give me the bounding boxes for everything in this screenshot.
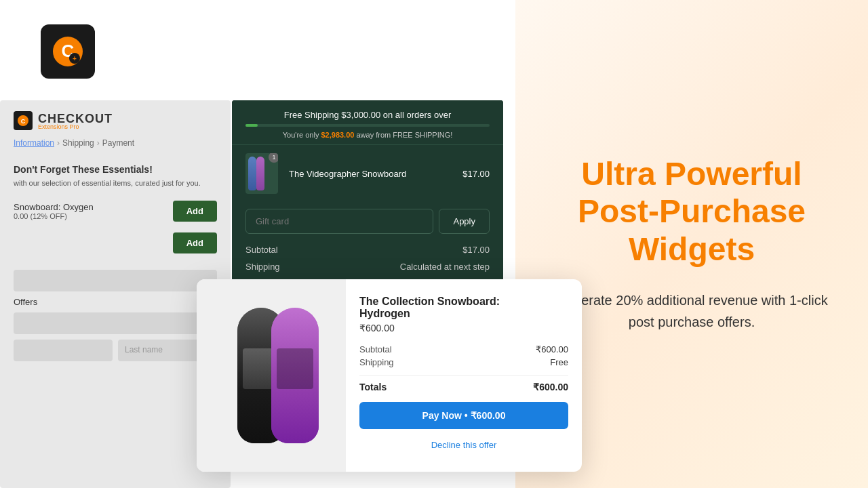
product-thumbnail: 1 — [245, 153, 278, 194]
away-prefix: You're only — [283, 131, 319, 139]
popup-subtotal-value: ₹600.00 — [536, 344, 568, 354]
away-amount: $2,983.00 — [321, 131, 354, 139]
pay-now-button[interactable]: Pay Now • ₹600.00 — [359, 402, 568, 429]
popup-subtotal-line: Subtotal ₹600.00 — [359, 344, 568, 354]
firstname-placeholder — [14, 340, 113, 361]
breadcrumb-sep2: › — [97, 138, 100, 148]
dark-checkout-panel: Free Shipping $3,000.00 on all orders ov… — [232, 100, 503, 285]
popup-totals-row: Totals ₹600.00 — [359, 382, 568, 392]
logo-container: C + — [41, 24, 95, 79]
product-row-1: Snowboard: Oxygen 0.00 (12% OFF) Add — [0, 195, 231, 227]
logo-box: C + — [41, 24, 95, 79]
dont-forget-title: Don't Forget These Essentials! — [0, 156, 231, 179]
form-section: Offers Last name — [0, 259, 231, 372]
breadcrumb-payment[interactable]: Payment — [102, 138, 134, 148]
popup-shipping-label: Shipping — [359, 357, 394, 367]
progress-bar-fill — [245, 124, 258, 127]
product-row-2: Add — [0, 227, 231, 259]
svg-text:C: C — [21, 118, 26, 125]
shipping-row: Shipping Calculated at next step — [232, 259, 503, 274]
apply-button[interactable]: Apply — [439, 209, 490, 234]
gift-card-input[interactable] — [245, 209, 433, 234]
product-info-1: Snowboard: Oxygen 0.00 (12% OFF) — [14, 202, 94, 220]
product-item-row: 1 The Videographer Snowboard $17.00 — [232, 144, 503, 202]
product-name-1: Snowboard: Oxygen — [14, 202, 94, 212]
popup-totals-value: ₹600.00 — [533, 382, 568, 392]
shipping-value: Calculated at next step — [400, 262, 490, 272]
free-shipping-bar: Free Shipping $3,000.00 on all orders ov… — [232, 100, 503, 144]
popup-product-image — [197, 279, 346, 472]
shipping-away-text: You're only $2,983.00 away from FREE SHI… — [245, 131, 490, 139]
offers-label: Offers — [14, 297, 217, 307]
checkout-header: C CHECKOUT Extensions Pro — [0, 100, 231, 136]
popup-shipping-line: Shipping Free — [359, 357, 568, 367]
subtotal-row: Subtotal $17.00 — [232, 241, 503, 259]
hero-title: Ultra Powerful Post-Purchase Widgets — [578, 155, 806, 268]
breadcrumb-shipping[interactable]: Shipping — [62, 138, 94, 148]
popup-overlay: The Collection Snowboard: Hydrogen ₹600.… — [197, 279, 582, 472]
hero-subtitle: Generate 20% additional revenue with 1-c… — [542, 289, 841, 333]
gift-card-row: Apply — [232, 202, 503, 241]
checkout-panel-bg: C CHECKOUT Extensions Pro Information › … — [0, 100, 231, 488]
add-button-1[interactable]: Add — [173, 201, 217, 222]
add-button-2[interactable]: Add — [173, 232, 217, 253]
product-item-name: The Videographer Snowboard — [289, 169, 462, 179]
popup-content: The Collection Snowboard: Hydrogen ₹600.… — [346, 279, 582, 472]
popup-totals-label: Totals — [359, 382, 387, 392]
svg-text:+: + — [73, 55, 77, 62]
breadcrumb-information[interactable]: Information — [14, 138, 54, 148]
name-row: Last name — [14, 340, 217, 361]
checkout-brand: CHECKOUT Extensions Pro — [38, 112, 113, 130]
form-placeholder-row — [14, 270, 217, 291]
offers-placeholder — [14, 312, 217, 334]
breadcrumb: Information › Shipping › Payment — [0, 136, 231, 156]
subtotal-value: $17.00 — [462, 245, 490, 255]
popup-shipping-value: Free — [550, 357, 568, 367]
free-shipping-text: Free Shipping $3,000.00 on all orders ov… — [245, 110, 490, 120]
snowboard-thumb-right — [256, 157, 264, 190]
away-suffix: away from FREE SHIPPING! — [356, 131, 452, 139]
popup-product-name: The Collection Snowboard: Hydrogen — [359, 296, 568, 320]
snowboard-thumb-left — [248, 157, 256, 190]
dont-forget-sub: with our selection of essential items, c… — [0, 179, 231, 195]
subtotal-label: Subtotal — [245, 245, 278, 255]
checkout-logo-small: C — [14, 111, 33, 130]
popup-price: ₹600.00 — [359, 323, 568, 333]
breadcrumb-sep1: › — [57, 138, 60, 148]
product-discount-1: 0.00 (12% OFF) — [14, 212, 94, 220]
decline-offer-button[interactable]: Decline this offer — [359, 434, 568, 455]
popup-divider — [359, 375, 568, 376]
product-item-price: $17.00 — [462, 169, 490, 179]
popup-subtotal-label: Subtotal — [359, 344, 392, 354]
logo-icon: C + — [50, 34, 85, 69]
shipping-label: Shipping — [245, 262, 280, 272]
checkout-logo-icon: C — [17, 115, 29, 127]
large-snowboard-right — [271, 308, 319, 443]
progress-bar-container — [245, 124, 490, 127]
large-snowboard-container — [217, 294, 326, 457]
product-qty-badge: 1 — [269, 153, 278, 163]
